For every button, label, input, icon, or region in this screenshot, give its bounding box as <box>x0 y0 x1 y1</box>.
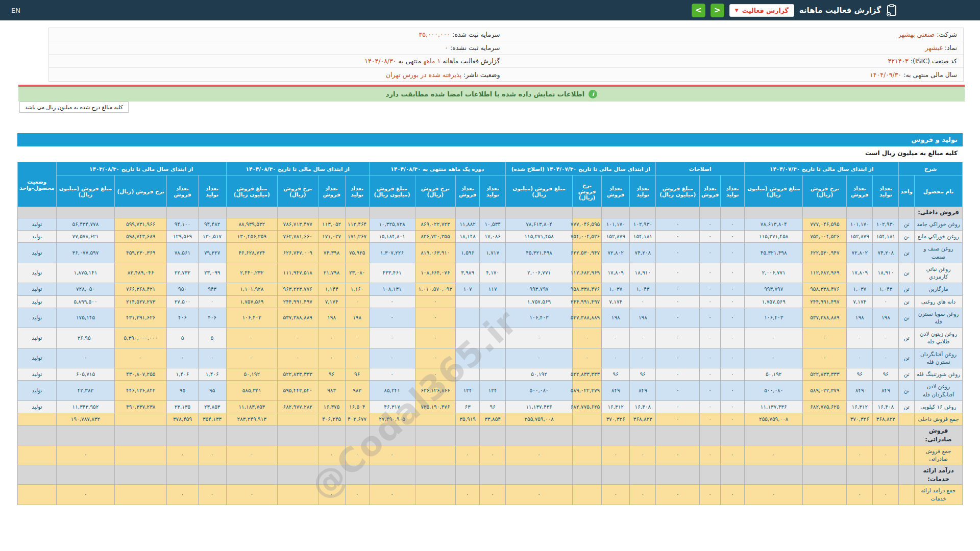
value-cell: ۱۶,۴۰۸ <box>873 400 899 413</box>
value-cell: ۹۹۳,۷۹۷ <box>506 283 573 295</box>
report-type-dropdown[interactable]: گزارش فعالیت ▼ <box>729 4 794 17</box>
value-cell: ۱۹۸ <box>847 308 873 328</box>
status-cell: تولید <box>18 400 57 413</box>
table-wrapper: @Codal365.ir شرحاز ابتدای سال مالی تا تا… <box>17 162 963 505</box>
value-cell: ۰ <box>873 348 899 368</box>
table-cell <box>506 425 573 445</box>
value-cell <box>456 348 480 368</box>
value-cell: ۶۲۲,۵۳۰,۹۴۷ <box>572 243 601 263</box>
status-cell: تولید <box>18 348 57 368</box>
value-cell: ۰ <box>226 485 277 505</box>
value-cell: ۲۸۳,۲۴۹,۹۱۳ <box>226 413 277 425</box>
value-cell: ۲,۰۰۶,۷۷۱ <box>745 263 803 283</box>
value-cell: ۹۶ <box>602 368 630 381</box>
header-sub-tt: تعداد تولید <box>630 176 656 207</box>
value-cell: ۱۷,۰۸۶ <box>480 231 506 243</box>
report-type-label: گزارش فعالیت <box>742 7 789 14</box>
product-name-cell: دانه هاي روغني <box>915 295 963 308</box>
product-name-cell: مارگارين <box>915 283 963 295</box>
value-cell: ۰ <box>721 368 745 381</box>
value-cell: ۸۸,۹۳۹,۵۳۲ <box>226 218 277 231</box>
table-cell <box>115 465 167 484</box>
value-cell: ۱,۰۳۷ <box>602 283 630 295</box>
info-cell-right: کد صنعت (ISIC):۴۲۱۴۰۳ <box>506 57 964 65</box>
clipboard-report-icon <box>886 4 897 16</box>
value-cell: ۵,۳۹۰,۰۰۰,۰۰۰ <box>115 328 167 348</box>
value-cell: ۴۶,۳۱۷ <box>369 400 415 413</box>
value-cell: ۴۳۳,۴۶۱ <box>369 263 415 283</box>
value-cell: ۱,۱۰۱,۹۲۸ <box>226 283 277 295</box>
page-title: گزارش فعالیت ماهانه <box>799 6 881 15</box>
header-sub-tt: تعداد تولید <box>345 176 369 207</box>
value-cell: ۰ <box>630 348 656 368</box>
table-cell <box>721 207 745 218</box>
value-cell: ۰ <box>873 445 899 465</box>
value-cell: ۱۷,۸۰۹ <box>847 263 873 283</box>
status-cell: تولید <box>18 308 57 328</box>
product-name-cell: روغن خوراکي مايع <box>915 231 963 243</box>
info-cell-left: سرمایه ثبت نشده:۰ <box>49 44 506 52</box>
info-value: غبشهر <box>925 44 943 52</box>
header-sub-mb: مبلغ فروش (میلیون ریال) <box>226 176 277 207</box>
table-cell <box>198 207 226 218</box>
value-cell: ۱,۰۴۳ <box>630 283 656 295</box>
value-cell: ۹۹۳,۷۹۷ <box>745 283 803 295</box>
value-cell: ۱۱,۱۳۷,۴۳۶ <box>506 400 573 413</box>
value-cell: ۰ <box>318 485 345 505</box>
table-row: روغن صنف و صنعتتن۷۴,۲۰۸۷۲,۸۰۲۶۲۲,۵۳۰,۹۴۷… <box>18 243 963 263</box>
table-cell <box>630 207 656 218</box>
info-label: منتهی به <box>399 57 422 65</box>
value-cell: ۳۶,۰۷۷,۵۹۷ <box>56 243 114 263</box>
next-report-button[interactable]: < <box>710 4 724 17</box>
value-cell: ۹۵ <box>167 381 198 400</box>
value-cell: ۹۶ <box>345 368 369 381</box>
value-cell: ۰ <box>198 348 226 368</box>
value-cell: ۰ <box>277 328 318 348</box>
value-cell: ۳۷۰,۳۲۶ <box>847 413 873 425</box>
value-cell: ۱۶,۳۱۲ <box>847 400 873 413</box>
value-cell: ۱۰۸,۱۳۱ <box>369 283 415 295</box>
value-cell <box>480 328 506 348</box>
unit-cell: تن <box>899 295 915 308</box>
status-cell: تولید <box>18 243 57 263</box>
product-name-cell: روغن سويا نسترن فله <box>915 308 963 328</box>
value-cell: ۷۵۴,۰۰۴,۵۲۶ <box>803 231 847 243</box>
value-cell: ۰ <box>656 263 700 283</box>
value-cell: ۹۴۳ <box>198 283 226 295</box>
value-cell: ۰ <box>602 485 630 505</box>
value-cell: ۱۳۴ <box>480 381 506 400</box>
value-cell: ۰ <box>226 328 277 348</box>
header-unit: واحد <box>899 176 915 207</box>
header-sub-mb: مبلغ فروش (میلیون ریال) <box>56 176 114 207</box>
value-cell: ۱۰,۳۲۵,۷۲۸ <box>369 218 415 231</box>
value-cell: ۳۷۸,۴۵۹ <box>167 413 198 425</box>
table-row: روغن شورتنينگ فلهتن۹۶۹۶۵۲۲,۸۳۳,۳۳۳۵۰,۱۹۲… <box>18 368 963 381</box>
previous-report-button[interactable]: > <box>692 4 705 17</box>
info-label: سرمایه ثبت شده: <box>452 31 500 38</box>
value-cell: ۱۸,۹۱۰ <box>630 263 656 283</box>
table-cell <box>167 425 198 445</box>
value-cell: ۲۱۴,۵۲۷,۲۷۳ <box>115 295 167 308</box>
value-cell: ۱۷,۸۰۹ <box>602 263 630 283</box>
status-cell: تولید <box>18 263 57 283</box>
value-cell <box>456 368 480 381</box>
table-cell <box>745 465 803 484</box>
language-toggle-en[interactable]: EN <box>11 7 20 14</box>
info-row: شرکت:صنعتي بهشهرسرمایه ثبت شده:۳۵,۰۰۰,۰۰… <box>49 28 963 41</box>
table-cell <box>656 425 700 445</box>
value-cell <box>415 485 456 505</box>
value-cell <box>572 445 601 465</box>
value-cell: ۵۲۲,۸۳۳,۳۳۳ <box>803 368 847 381</box>
value-cell: ۰ <box>656 400 700 413</box>
value-cell: ۵۸۵,۳۲۱ <box>226 381 277 400</box>
chevron-down-icon: ▼ <box>735 8 739 13</box>
value-cell: ۰ <box>721 400 745 413</box>
value-cell: ۰ <box>700 381 721 400</box>
value-cell: ۴۰۲,۶۷۷ <box>345 413 369 425</box>
product-name-cell: روغن زيتون لادن طلايي فله <box>915 328 963 348</box>
table-cell <box>318 207 345 218</box>
value-cell: ۴۵,۳۲۱,۴۹۸ <box>506 243 573 263</box>
header-period-g3: دوره یک ماهه منتهی به ۱۴۰۴/۰۸/۳۰ <box>369 162 506 176</box>
info-cell-left: گزارش فعالیت ماهانه۱ ماههمنتهی به۱۴۰۴/۰۸… <box>49 57 506 65</box>
value-cell: ۲۳,۱۳۵ <box>167 400 198 413</box>
